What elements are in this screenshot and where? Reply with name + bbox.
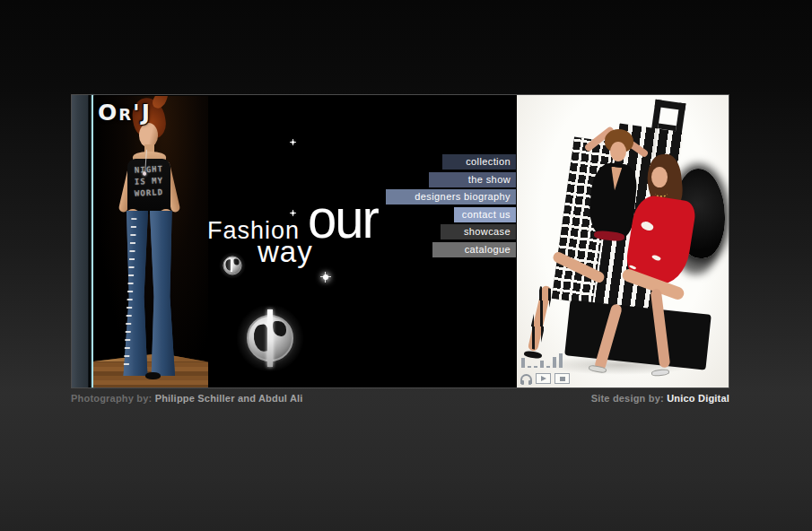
menu-item-designers-biography[interactable]: designers biography bbox=[386, 189, 516, 205]
main-menu: collectionthe showdesigners biographycon… bbox=[386, 154, 516, 257]
equalizer-bar bbox=[534, 366, 537, 368]
photography-credit: Photography by: Philippe Schiller and Ab… bbox=[71, 393, 303, 404]
jeans-leg bbox=[150, 211, 175, 376]
menu-item-collection[interactable]: collection bbox=[442, 154, 516, 170]
orb-icon bbox=[219, 252, 246, 279]
menu-item-showcase[interactable]: showcase bbox=[441, 224, 516, 239]
tagline-our: our bbox=[308, 187, 378, 250]
left-side-rail bbox=[72, 95, 89, 387]
photography-credit-label: Photography by: bbox=[71, 393, 152, 404]
equalizer-bar bbox=[559, 353, 563, 368]
audio-controls bbox=[520, 373, 570, 384]
stop-icon bbox=[560, 377, 565, 381]
sparkle-icon bbox=[290, 139, 296, 145]
play-icon bbox=[541, 376, 546, 381]
play-button[interactable] bbox=[536, 373, 551, 384]
model-a-face bbox=[610, 142, 626, 161]
stop-button[interactable] bbox=[554, 373, 570, 384]
right-models-photo bbox=[517, 95, 729, 387]
design-credit-label: Site design by: bbox=[591, 393, 664, 404]
tagline-way: way bbox=[258, 235, 313, 269]
orb-icon bbox=[236, 304, 304, 372]
page: Or'J NIGHTIS MYWORLD Fashion our way bbox=[0, 0, 812, 531]
left-model-photo: NIGHTIS MYWORLD bbox=[93, 96, 208, 387]
model-shoe bbox=[145, 372, 161, 379]
necklace bbox=[144, 150, 154, 175]
equalizer-bar bbox=[546, 366, 550, 368]
menu-item-the-show[interactable]: the show bbox=[429, 172, 516, 187]
chair-seat bbox=[564, 300, 712, 370]
design-credit-name[interactable]: Unico Digital bbox=[667, 393, 729, 404]
shirt-text-line: WORLD bbox=[127, 187, 171, 200]
site-logo: Or'J bbox=[98, 100, 152, 126]
equalizer-bar bbox=[521, 358, 525, 368]
menu-item-catalogue[interactable]: catalogue bbox=[432, 242, 516, 257]
equalizer-bar bbox=[528, 366, 531, 368]
equalizer-bar bbox=[540, 361, 544, 368]
model-b-face bbox=[651, 167, 668, 187]
sparkle-icon bbox=[320, 272, 331, 283]
design-credit: Site design by: Unico Digital bbox=[591, 393, 729, 404]
headphones-icon[interactable] bbox=[520, 374, 532, 384]
main-content-box: Or'J NIGHTIS MYWORLD Fashion our way bbox=[71, 94, 729, 388]
sparkle-icon bbox=[290, 210, 296, 216]
equalizer bbox=[521, 352, 563, 368]
photography-credit-names: Philippe Schiller and Abdul Ali bbox=[155, 393, 303, 404]
menu-item-contact-us[interactable]: contact us bbox=[454, 207, 516, 222]
equalizer-bar bbox=[553, 357, 556, 368]
model-face bbox=[139, 123, 158, 147]
